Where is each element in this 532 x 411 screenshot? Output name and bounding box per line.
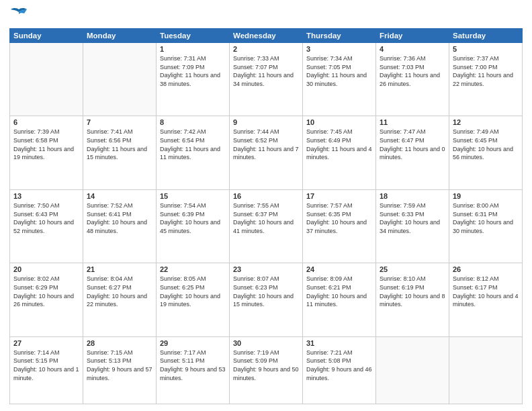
- calendar-cell: 16Sunrise: 7:55 AM Sunset: 6:37 PM Dayli…: [230, 189, 303, 263]
- calendar-cell: 21Sunrise: 8:04 AM Sunset: 6:27 PM Dayli…: [83, 263, 157, 336]
- day-info: Sunrise: 7:33 AM Sunset: 7:07 PM Dayligh…: [233, 54, 299, 88]
- day-info: Sunrise: 7:45 AM Sunset: 6:49 PM Dayligh…: [306, 128, 372, 161]
- day-number: 22: [160, 265, 226, 273]
- calendar-cell: 24Sunrise: 8:09 AM Sunset: 6:21 PM Dayli…: [303, 263, 376, 336]
- day-info: Sunrise: 7:59 AM Sunset: 6:33 PM Dayligh…: [380, 201, 445, 235]
- day-info: Sunrise: 7:55 AM Sunset: 6:37 PM Dayligh…: [233, 201, 299, 235]
- calendar-cell: 20Sunrise: 8:02 AM Sunset: 6:29 PM Dayli…: [10, 263, 83, 336]
- logo-bird-icon: [9, 7, 28, 23]
- calendar-cell: 25Sunrise: 8:10 AM Sunset: 6:19 PM Dayli…: [376, 263, 449, 336]
- day-number: 16: [233, 192, 299, 200]
- day-info: Sunrise: 7:21 AM Sunset: 5:08 PM Dayligh…: [306, 349, 372, 382]
- day-info: Sunrise: 8:05 AM Sunset: 6:25 PM Dayligh…: [160, 275, 226, 308]
- day-info: Sunrise: 7:37 AM Sunset: 7:00 PM Dayligh…: [453, 54, 519, 88]
- calendar-cell: [10, 43, 83, 116]
- calendar-cell: 12Sunrise: 7:49 AM Sunset: 6:45 PM Dayli…: [449, 116, 523, 189]
- day-info: Sunrise: 8:00 AM Sunset: 6:31 PM Dayligh…: [453, 201, 519, 235]
- day-info: Sunrise: 7:42 AM Sunset: 6:54 PM Dayligh…: [160, 128, 226, 161]
- day-number: 31: [306, 339, 372, 347]
- weekday-header-row: SundayMondayTuesdayWednesdayThursdayFrid…: [10, 29, 523, 43]
- day-number: 21: [87, 265, 152, 273]
- day-info: Sunrise: 8:02 AM Sunset: 6:29 PM Dayligh…: [13, 275, 79, 308]
- calendar-cell: 19Sunrise: 8:00 AM Sunset: 6:31 PM Dayli…: [449, 189, 523, 263]
- day-number: 24: [306, 265, 372, 273]
- day-number: 28: [87, 339, 152, 347]
- calendar-cell: 3Sunrise: 7:34 AM Sunset: 7:05 PM Daylig…: [303, 43, 376, 116]
- calendar-cell: 17Sunrise: 7:57 AM Sunset: 6:35 PM Dayli…: [303, 189, 376, 263]
- day-number: 15: [160, 192, 226, 200]
- weekday-header-tuesday: Tuesday: [157, 29, 230, 43]
- day-number: 23: [233, 265, 299, 273]
- day-number: 6: [13, 118, 79, 126]
- day-number: 3: [306, 45, 372, 53]
- calendar-cell: 5Sunrise: 7:37 AM Sunset: 7:00 PM Daylig…: [449, 43, 523, 116]
- weekday-header-saturday: Saturday: [449, 29, 523, 43]
- day-number: 20: [13, 265, 79, 273]
- day-info: Sunrise: 8:12 AM Sunset: 6:17 PM Dayligh…: [453, 275, 519, 308]
- day-number: 18: [380, 192, 445, 200]
- calendar-cell: 30Sunrise: 7:19 AM Sunset: 5:09 PM Dayli…: [230, 336, 303, 404]
- day-info: Sunrise: 7:50 AM Sunset: 6:43 PM Dayligh…: [13, 201, 79, 235]
- day-number: 8: [160, 118, 226, 126]
- week-row-4: 20Sunrise: 8:02 AM Sunset: 6:29 PM Dayli…: [10, 263, 523, 336]
- day-info: Sunrise: 7:52 AM Sunset: 6:41 PM Dayligh…: [87, 201, 152, 235]
- day-info: Sunrise: 7:19 AM Sunset: 5:09 PM Dayligh…: [233, 349, 299, 382]
- weekday-header-wednesday: Wednesday: [230, 29, 303, 43]
- day-number: 9: [233, 118, 299, 126]
- day-number: 5: [453, 45, 519, 53]
- day-number: 26: [453, 265, 519, 273]
- calendar-cell: 7Sunrise: 7:41 AM Sunset: 6:56 PM Daylig…: [83, 116, 157, 189]
- day-number: 10: [306, 118, 372, 126]
- logo: [9, 7, 30, 23]
- calendar-table: SundayMondayTuesdayWednesdayThursdayFrid…: [9, 28, 523, 404]
- day-info: Sunrise: 7:36 AM Sunset: 7:03 PM Dayligh…: [380, 54, 445, 88]
- day-number: 25: [380, 265, 445, 273]
- day-info: Sunrise: 7:57 AM Sunset: 6:35 PM Dayligh…: [306, 201, 372, 235]
- day-number: 12: [453, 118, 519, 126]
- calendar-cell: 6Sunrise: 7:39 AM Sunset: 6:58 PM Daylig…: [10, 116, 83, 189]
- calendar-cell: 8Sunrise: 7:42 AM Sunset: 6:54 PM Daylig…: [157, 116, 230, 189]
- weekday-header-sunday: Sunday: [10, 29, 83, 43]
- calendar-cell: 11Sunrise: 7:47 AM Sunset: 6:47 PM Dayli…: [376, 116, 449, 189]
- weekday-header-thursday: Thursday: [303, 29, 376, 43]
- day-number: 7: [87, 118, 152, 126]
- calendar-cell: 23Sunrise: 8:07 AM Sunset: 6:23 PM Dayli…: [230, 263, 303, 336]
- calendar-cell: 9Sunrise: 7:44 AM Sunset: 6:52 PM Daylig…: [230, 116, 303, 189]
- calendar-cell: 26Sunrise: 8:12 AM Sunset: 6:17 PM Dayli…: [449, 263, 523, 336]
- calendar-cell: 18Sunrise: 7:59 AM Sunset: 6:33 PM Dayli…: [376, 189, 449, 263]
- day-number: 14: [87, 192, 152, 200]
- day-info: Sunrise: 7:39 AM Sunset: 6:58 PM Dayligh…: [13, 128, 79, 161]
- calendar-cell: 13Sunrise: 7:50 AM Sunset: 6:43 PM Dayli…: [10, 189, 83, 263]
- calendar-cell: 31Sunrise: 7:21 AM Sunset: 5:08 PM Dayli…: [303, 336, 376, 404]
- header: [9, 7, 523, 23]
- day-number: 19: [453, 192, 519, 200]
- day-info: Sunrise: 7:47 AM Sunset: 6:47 PM Dayligh…: [380, 128, 445, 161]
- day-number: 17: [306, 192, 372, 200]
- day-info: Sunrise: 7:44 AM Sunset: 6:52 PM Dayligh…: [233, 128, 299, 161]
- weekday-header-friday: Friday: [376, 29, 449, 43]
- day-info: Sunrise: 8:07 AM Sunset: 6:23 PM Dayligh…: [233, 275, 299, 308]
- page: SundayMondayTuesdayWednesdayThursdayFrid…: [0, 0, 532, 411]
- calendar-cell: 2Sunrise: 7:33 AM Sunset: 7:07 PM Daylig…: [230, 43, 303, 116]
- calendar-cell: 22Sunrise: 8:05 AM Sunset: 6:25 PM Dayli…: [157, 263, 230, 336]
- day-info: Sunrise: 7:34 AM Sunset: 7:05 PM Dayligh…: [306, 54, 372, 88]
- day-info: Sunrise: 8:10 AM Sunset: 6:19 PM Dayligh…: [380, 275, 445, 308]
- day-number: 13: [13, 192, 79, 200]
- calendar-cell: [376, 336, 449, 404]
- day-info: Sunrise: 8:04 AM Sunset: 6:27 PM Dayligh…: [87, 275, 152, 308]
- day-info: Sunrise: 7:41 AM Sunset: 6:56 PM Dayligh…: [87, 128, 152, 161]
- day-info: Sunrise: 7:15 AM Sunset: 5:13 PM Dayligh…: [87, 349, 152, 382]
- calendar-cell: 15Sunrise: 7:54 AM Sunset: 6:39 PM Dayli…: [157, 189, 230, 263]
- day-number: 4: [380, 45, 445, 53]
- day-info: Sunrise: 7:49 AM Sunset: 6:45 PM Dayligh…: [453, 128, 519, 161]
- day-info: Sunrise: 7:14 AM Sunset: 5:15 PM Dayligh…: [13, 349, 79, 382]
- day-number: 27: [13, 339, 79, 347]
- calendar-cell: 28Sunrise: 7:15 AM Sunset: 5:13 PM Dayli…: [83, 336, 157, 404]
- calendar-cell: 4Sunrise: 7:36 AM Sunset: 7:03 PM Daylig…: [376, 43, 449, 116]
- week-row-2: 6Sunrise: 7:39 AM Sunset: 6:58 PM Daylig…: [10, 116, 523, 189]
- day-number: 2: [233, 45, 299, 53]
- day-info: Sunrise: 7:31 AM Sunset: 7:09 PM Dayligh…: [160, 54, 226, 88]
- day-number: 11: [380, 118, 445, 126]
- day-info: Sunrise: 7:17 AM Sunset: 5:11 PM Dayligh…: [160, 349, 226, 382]
- calendar-cell: 29Sunrise: 7:17 AM Sunset: 5:11 PM Dayli…: [157, 336, 230, 404]
